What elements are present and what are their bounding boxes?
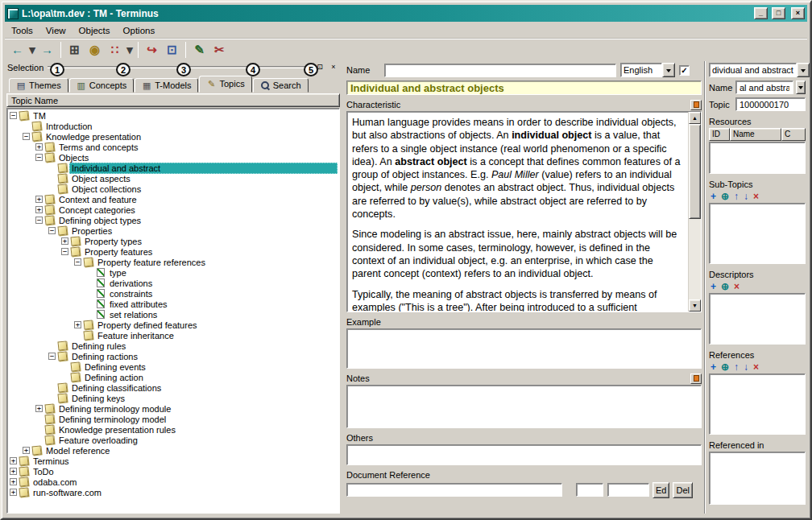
tree-item-fixed-attributes[interactable]: fixed attributes	[7, 299, 339, 309]
tree-item-label[interactable]: Property features	[82, 247, 155, 257]
remove-descriptor-icon[interactable]: ×	[734, 281, 740, 292]
tree-item-label[interactable]: Defining classifications	[69, 383, 164, 393]
tree-item-defining-object-types[interactable]: −Defining object types	[7, 215, 339, 225]
insert-subtopic-icon[interactable]: +	[710, 191, 716, 202]
tree-item-tm[interactable]: −TM	[7, 110, 339, 121]
new-topic-button[interactable]: ∷	[105, 40, 125, 60]
minimize-button[interactable]: _	[754, 7, 768, 19]
descriptors-list[interactable]	[709, 293, 806, 345]
copy-button[interactable]: ⊡	[162, 40, 182, 60]
close-panel-button[interactable]: ×	[328, 62, 339, 72]
tree-item-label[interactable]: Defining keys	[69, 394, 127, 403]
tree-item-feature-inheritance[interactable]: Feature inheritance	[7, 330, 339, 340]
sidebar-name-input[interactable]	[735, 80, 793, 94]
remove-subtopic-icon[interactable]: ×	[753, 191, 759, 202]
tree-item-label[interactable]: TM	[31, 111, 48, 121]
tree-item-label[interactable]: Defining terminology module	[56, 404, 173, 414]
theme-view-button[interactable]: ◉	[85, 40, 105, 60]
tree-item-label[interactable]: ToDo	[31, 467, 56, 477]
tree-item-property-feature-references[interactable]: −Property feature references	[7, 257, 339, 267]
tree-item-defining-rules[interactable]: Defining rules	[7, 340, 339, 351]
tree-item-terms-and-concepts[interactable]: +Terms and concepts	[7, 142, 339, 152]
scroll-thumb[interactable]	[689, 124, 701, 219]
tree-item-label[interactable]: Property types	[82, 237, 144, 246]
expand-icon[interactable]: +	[35, 143, 43, 151]
resources-column-name[interactable]: Name	[730, 128, 781, 141]
tree-item-label[interactable]: Context and feature	[56, 195, 139, 204]
referenced-in-list[interactable]	[709, 452, 806, 505]
collapse-icon[interactable]: −	[48, 227, 56, 234]
characteristic-scrollbar[interactable]: ▲ ▼	[688, 112, 701, 312]
remove-reference-icon[interactable]: ×	[753, 361, 759, 373]
tree-item-label[interactable]: Feature inheritance	[95, 331, 176, 340]
tree-item-label[interactable]: Individual and abstract	[69, 163, 338, 174]
collapse-icon[interactable]: −	[10, 112, 17, 119]
subtopic-move-down-icon[interactable]: ↓	[744, 191, 748, 202]
tree-item-properties[interactable]: −Properties	[7, 225, 339, 236]
insert-descriptor-icon[interactable]: +	[710, 281, 716, 292]
collapse-icon[interactable]: −	[48, 353, 56, 360]
tree-item-label[interactable]: Knowledge presentation rules	[56, 425, 178, 435]
tree-item-defining-ractions[interactable]: −Defining ractions	[7, 351, 339, 361]
tree-item-label[interactable]: constraints	[107, 289, 155, 299]
tree-item-terminus[interactable]: +Terminus	[7, 456, 339, 466]
tree-item-label[interactable]: Defining ractions	[69, 352, 140, 361]
reference-move-down-icon[interactable]: ↓	[744, 361, 748, 373]
assign-reference-icon[interactable]: ⊕	[721, 361, 729, 373]
tree-item-odaba-com[interactable]: +odaba.com	[7, 477, 339, 487]
tree-item-feature-overloading[interactable]: Feature overloading	[7, 435, 339, 445]
language-checkbox[interactable]: ✓	[679, 65, 690, 76]
edit-properties-button[interactable]: ✎	[189, 40, 209, 60]
tree-item-context-and-feature[interactable]: +Context and feature	[7, 194, 339, 204]
tree-item-label[interactable]: Defining action	[82, 373, 146, 382]
tree-item-label[interactable]: Defining rules	[69, 341, 128, 351]
expand-icon[interactable]: +	[74, 321, 81, 328]
tree-item-label[interactable]: Defining terminology model	[56, 415, 168, 424]
collapse-icon[interactable]: −	[35, 154, 43, 161]
tab-search[interactable]: Search	[253, 78, 309, 93]
reference-move-up-icon[interactable]: ↑	[734, 361, 739, 373]
topic-selector-combo[interactable]: dividual and abstract	[709, 63, 810, 77]
tree-item-defining-action[interactable]: Defining action	[7, 372, 339, 382]
topic-name-input[interactable]	[384, 64, 616, 77]
tree-item-defining-classifications[interactable]: Defining classifications	[7, 382, 339, 393]
maximize-button[interactable]: □	[772, 7, 785, 19]
subtopic-move-up-icon[interactable]: ↑	[734, 191, 739, 202]
tree-item-label[interactable]: Introduction	[44, 122, 94, 131]
example-textarea[interactable]	[346, 328, 702, 369]
characteristic-text[interactable]: Human language provides means in order t…	[347, 112, 688, 312]
check-out-button[interactable]: ↪	[142, 40, 162, 60]
tab-t-models[interactable]: T-Models	[135, 78, 198, 93]
tree-column-header[interactable]: Topic Name	[6, 93, 340, 107]
tree-item-label[interactable]: Defining object types	[56, 216, 143, 225]
sidebar-topic-id-input[interactable]	[735, 97, 806, 111]
panel-splitter[interactable]	[340, 61, 346, 515]
document-reference-delete-button[interactable]: Del	[673, 482, 693, 498]
scroll-up-button[interactable]: ▲	[689, 112, 701, 124]
topic-selector-arrow[interactable]	[797, 63, 810, 77]
unlink-button[interactable]: ✂	[209, 40, 230, 60]
close-button[interactable]: ×	[791, 7, 805, 19]
tree-item-label[interactable]: Objects	[56, 153, 91, 163]
menu-item-options[interactable]: Options	[117, 24, 162, 37]
tree-item-label[interactable]: run-software.com	[31, 488, 104, 497]
tree-item-label[interactable]: Defining events	[82, 362, 148, 372]
tree-item-todo[interactable]: +ToDo	[7, 466, 339, 477]
expand-icon[interactable]: +	[10, 457, 17, 464]
tree-item-defining-keys[interactable]: Defining keys	[7, 393, 339, 403]
tree-item-defining-terminology-model[interactable]: Defining terminology model	[7, 414, 339, 424]
assign-subtopic-icon[interactable]: ⊕	[721, 191, 729, 202]
tree-item-property-defined-features[interactable]: +Property defined features	[7, 320, 339, 330]
tree-item-label[interactable]: type	[107, 268, 129, 278]
assign-descriptor-icon[interactable]: ⊕	[721, 281, 729, 292]
collapse-icon[interactable]: −	[61, 248, 68, 255]
topic-tree[interactable]: −TMIntroduction−Knowledge presentation+T…	[6, 108, 340, 514]
title-bar[interactable]: L:\opa\tm.dev : TM - Terminus _ □ ×	[5, 5, 807, 22]
tree-item-knowledge-presentation[interactable]: −Knowledge presentation	[7, 131, 339, 142]
collapse-icon[interactable]: −	[23, 133, 30, 140]
tab-topics[interactable]: Topics	[199, 76, 251, 93]
tree-item-object-aspects[interactable]: Object aspects	[7, 173, 339, 184]
open-notes-editor-button[interactable]	[690, 373, 702, 384]
expand-icon[interactable]: +	[10, 478, 17, 485]
tree-item-property-types[interactable]: +Property types	[7, 236, 339, 246]
